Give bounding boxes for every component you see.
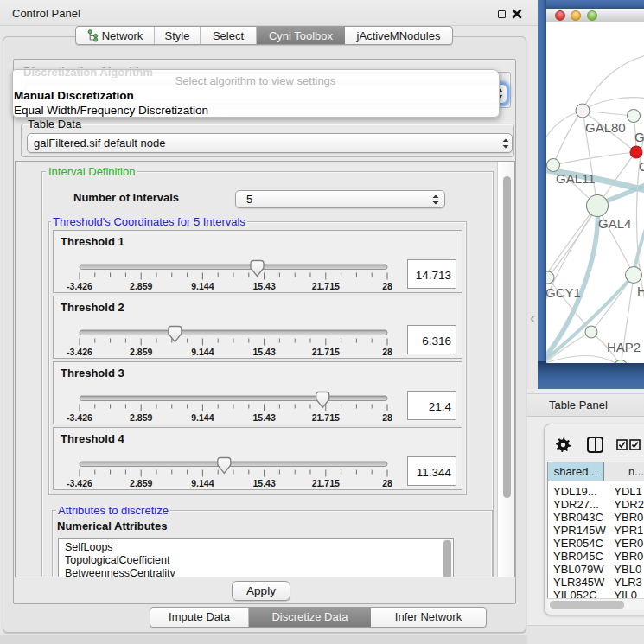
svg-text:GAL80: GAL80 bbox=[585, 120, 626, 135]
svg-text:GAL11: GAL11 bbox=[556, 171, 596, 186]
svg-text:14.713: 14.713 bbox=[416, 268, 451, 281]
svg-text:2.859: 2.859 bbox=[130, 346, 152, 356]
svg-text:9.144: 9.144 bbox=[191, 346, 214, 356]
svg-text:15.43: 15.43 bbox=[252, 346, 275, 356]
svg-text:-3.426: -3.426 bbox=[67, 411, 92, 422]
svg-text:21.4: 21.4 bbox=[429, 399, 452, 412]
svg-text:C: C bbox=[639, 159, 644, 174]
svg-text:H: H bbox=[637, 284, 644, 298]
svg-text:Threshold 3: Threshold 3 bbox=[61, 367, 124, 379]
svg-text:28: 28 bbox=[382, 346, 392, 356]
svg-text:Threshold 4: Threshold 4 bbox=[61, 432, 124, 445]
svg-text:6.316: 6.316 bbox=[422, 334, 451, 347]
svg-text:GCY1: GCY1 bbox=[546, 285, 581, 300]
svg-text:21.715: 21.715 bbox=[312, 280, 340, 290]
svg-text:15.43: 15.43 bbox=[252, 411, 275, 422]
svg-text:-3.426: -3.426 bbox=[67, 346, 92, 356]
svg-text:28: 28 bbox=[382, 411, 392, 422]
svg-text:15.43: 15.43 bbox=[252, 280, 275, 290]
svg-text:28: 28 bbox=[382, 477, 392, 488]
svg-text:GAL: GAL bbox=[634, 130, 644, 144]
svg-text:9.144: 9.144 bbox=[191, 280, 214, 290]
svg-text:2.859: 2.859 bbox=[130, 411, 152, 422]
svg-text:9.144: 9.144 bbox=[191, 477, 214, 488]
svg-text:-3.426: -3.426 bbox=[67, 280, 92, 290]
svg-text:-3.426: -3.426 bbox=[67, 477, 92, 488]
svg-text:GAL4: GAL4 bbox=[598, 216, 631, 231]
svg-text:11.344: 11.344 bbox=[417, 465, 452, 478]
svg-text:HAP2: HAP2 bbox=[607, 340, 641, 354]
svg-text:21.715: 21.715 bbox=[312, 477, 340, 488]
svg-text:2.859: 2.859 bbox=[130, 477, 152, 488]
svg-text:15.43: 15.43 bbox=[252, 477, 275, 488]
svg-text:21.715: 21.715 bbox=[312, 346, 340, 356]
svg-text:2.859: 2.859 bbox=[130, 280, 152, 290]
svg-text:9.144: 9.144 bbox=[191, 411, 214, 422]
svg-text:21.715: 21.715 bbox=[312, 411, 340, 422]
svg-text:Threshold 2: Threshold 2 bbox=[61, 301, 124, 314]
svg-text:Threshold 1: Threshold 1 bbox=[61, 235, 124, 248]
svg-text:28: 28 bbox=[382, 280, 392, 290]
